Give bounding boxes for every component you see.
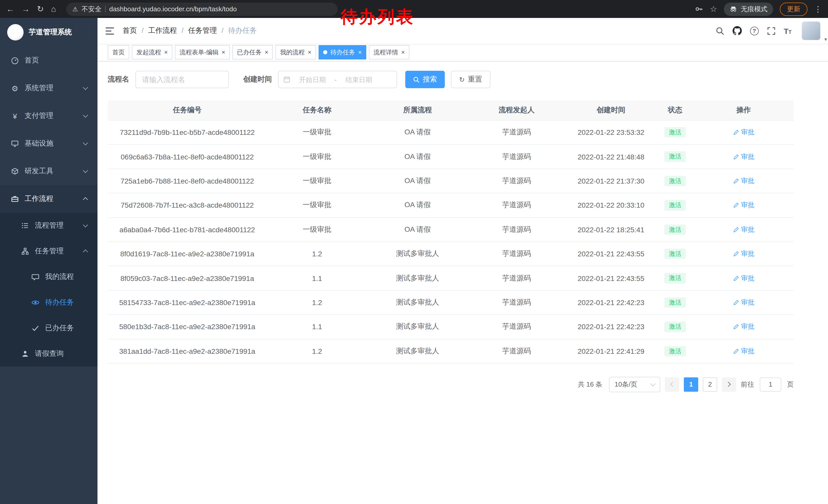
search-icon[interactable] bbox=[715, 27, 724, 35]
date-range-picker[interactable]: - bbox=[278, 71, 397, 88]
hamburger-icon[interactable] bbox=[105, 27, 114, 35]
caret-down-icon[interactable]: ▾ bbox=[824, 36, 827, 42]
sidebar-item-todo-tasks[interactable]: 待办任务 bbox=[0, 290, 97, 315]
close-icon[interactable]: × bbox=[401, 49, 405, 55]
font-size-icon[interactable]: TT bbox=[784, 27, 792, 35]
approve-button[interactable]: 审批 bbox=[733, 225, 754, 234]
reset-button[interactable]: ↻ 重置 bbox=[451, 71, 490, 88]
sidebar-item-home[interactable]: 首页 bbox=[0, 47, 97, 74]
close-icon[interactable]: × bbox=[308, 49, 312, 55]
avatar[interactable] bbox=[802, 21, 820, 40]
breadcrumb-item-task-mgmt[interactable]: 任务管理 bbox=[177, 26, 217, 35]
chevron-down-icon bbox=[83, 112, 88, 118]
tab-done-tasks[interactable]: 已办任务× bbox=[233, 45, 273, 59]
sidebar-item-workflow[interactable]: 工作流程 bbox=[0, 185, 97, 213]
cell-initiator: 芋道源码 bbox=[468, 120, 565, 145]
table-body: 73211d9d-7b9b-11ec-b5b7-acde48001122 一级审… bbox=[108, 120, 794, 363]
cell-task-name: 一级审批 bbox=[267, 217, 367, 242]
approve-button[interactable]: 审批 bbox=[733, 298, 754, 307]
update-button[interactable]: 更新 bbox=[780, 2, 808, 16]
cell-initiator: 芋道源码 bbox=[468, 339, 565, 363]
cell-action: 审批 bbox=[694, 266, 794, 290]
address-bar[interactable]: ⚠ 不安全 dashboard.yudao.iocoder.cn/bpm/tas… bbox=[66, 2, 338, 16]
approve-button[interactable]: 审批 bbox=[733, 249, 754, 259]
cell-action: 审批 bbox=[694, 145, 794, 169]
sidebar-item-done-tasks[interactable]: 已办任务 bbox=[0, 315, 97, 341]
sidebar-item-leave-query[interactable]: 请假查询 bbox=[0, 341, 97, 367]
sidebar-item-devtools[interactable]: 研发工具 bbox=[0, 157, 97, 185]
page-button-2[interactable]: 2 bbox=[703, 377, 717, 392]
fullscreen-icon[interactable] bbox=[767, 27, 776, 35]
tab-start-process[interactable]: 发起流程× bbox=[132, 45, 172, 59]
approve-button[interactable]: 审批 bbox=[733, 128, 754, 137]
github-icon[interactable] bbox=[732, 26, 742, 35]
cell-status: 激活 bbox=[657, 217, 694, 242]
briefcase-icon bbox=[10, 195, 19, 203]
breadcrumb-item-home[interactable]: 首页 bbox=[123, 26, 137, 35]
top-navbar: 首页 工作流程 任务管理 待办任务 ? TT bbox=[97, 18, 828, 44]
goto-page-input[interactable] bbox=[760, 377, 781, 392]
prev-page-button[interactable] bbox=[665, 377, 679, 392]
close-icon[interactable]: × bbox=[265, 49, 268, 55]
approve-button[interactable]: 审批 bbox=[733, 152, 754, 161]
cell-task-id: 8f0d1619-7ac8-11ec-a9e2-a2380e71991a bbox=[108, 242, 267, 266]
page-size-select[interactable]: 10条/页 bbox=[609, 377, 660, 392]
close-icon[interactable]: × bbox=[358, 49, 362, 55]
next-page-button[interactable] bbox=[722, 377, 736, 392]
cell-status: 激活 bbox=[657, 339, 694, 363]
key-icon[interactable] bbox=[694, 5, 703, 13]
dashboard-icon bbox=[10, 56, 19, 64]
star-icon[interactable]: ☆ bbox=[710, 5, 717, 13]
sidebar-item-label: 流程管理 bbox=[35, 221, 64, 230]
close-icon[interactable]: × bbox=[164, 49, 168, 55]
col-initiator: 流程发起人 bbox=[468, 100, 565, 120]
cell-created: 2022-01-22 20:33:10 bbox=[565, 193, 657, 217]
tab-todo-tasks[interactable]: 待办任务× bbox=[319, 45, 366, 59]
tab-form-edit[interactable]: 流程表单-编辑× bbox=[175, 45, 230, 59]
start-date-input[interactable] bbox=[292, 75, 333, 84]
close-icon[interactable]: × bbox=[222, 49, 225, 55]
process-name-input[interactable] bbox=[135, 71, 229, 88]
chevron-up-icon bbox=[83, 249, 88, 255]
tab-process-detail[interactable]: 流程详情× bbox=[369, 45, 409, 59]
home-icon[interactable]: ⌂ bbox=[51, 5, 56, 13]
sidebar-item-task-mgmt[interactable]: 任务管理 bbox=[0, 238, 97, 264]
incognito-icon bbox=[730, 5, 737, 13]
approve-button[interactable]: 审批 bbox=[733, 346, 754, 356]
goto-unit: 页 bbox=[787, 380, 794, 389]
col-status: 状态 bbox=[657, 100, 694, 120]
page-button-1[interactable]: 1 bbox=[684, 377, 698, 392]
app-logo[interactable]: 芋道管理系统 bbox=[0, 18, 97, 47]
approve-button[interactable]: 审批 bbox=[733, 201, 754, 210]
cell-action: 审批 bbox=[694, 169, 794, 193]
menu-dots-icon[interactable]: ⋮ bbox=[814, 5, 822, 13]
cell-process: 测试多审批人 bbox=[367, 315, 468, 339]
sidebar-item-label: 我的流程 bbox=[45, 272, 74, 281]
approve-button[interactable]: 审批 bbox=[733, 176, 754, 186]
forward-icon[interactable]: → bbox=[22, 5, 30, 13]
tab-my-process[interactable]: 我的流程× bbox=[276, 45, 316, 59]
warning-icon: ⚠ bbox=[72, 5, 78, 12]
sidebar: 芋道管理系统 首页 ⚙ 系统管理 ¥ 支付管理 bbox=[0, 18, 97, 504]
sidebar-item-label: 系统管理 bbox=[25, 84, 53, 93]
cell-task-name: 一级审批 bbox=[267, 169, 367, 193]
end-date-input[interactable] bbox=[338, 75, 379, 84]
help-icon[interactable]: ? bbox=[750, 27, 758, 35]
status-badge: 激活 bbox=[664, 127, 686, 138]
sidebar-item-my-process[interactable]: 我的流程 bbox=[0, 264, 97, 290]
sidebar-item-payment[interactable]: ¥ 支付管理 bbox=[0, 102, 97, 130]
sidebar-item-process-mgmt[interactable]: 流程管理 bbox=[0, 213, 97, 238]
refresh-icon[interactable]: ↻ bbox=[37, 5, 44, 13]
approve-button[interactable]: 审批 bbox=[733, 322, 754, 331]
cell-action: 审批 bbox=[694, 217, 794, 242]
approve-button[interactable]: 审批 bbox=[733, 274, 754, 283]
back-icon[interactable]: ← bbox=[6, 5, 14, 13]
cell-action: 审批 bbox=[694, 290, 794, 315]
breadcrumb-item-workflow[interactable]: 工作流程 bbox=[137, 26, 177, 35]
sidebar-item-infra[interactable]: 基础设施 bbox=[0, 130, 97, 157]
cell-status: 激活 bbox=[657, 145, 694, 169]
sidebar-item-system[interactable]: ⚙ 系统管理 bbox=[0, 74, 97, 102]
tab-home[interactable]: 首页 bbox=[108, 45, 129, 59]
cell-status: 激活 bbox=[657, 193, 694, 217]
search-button[interactable]: 搜索 bbox=[405, 71, 445, 88]
